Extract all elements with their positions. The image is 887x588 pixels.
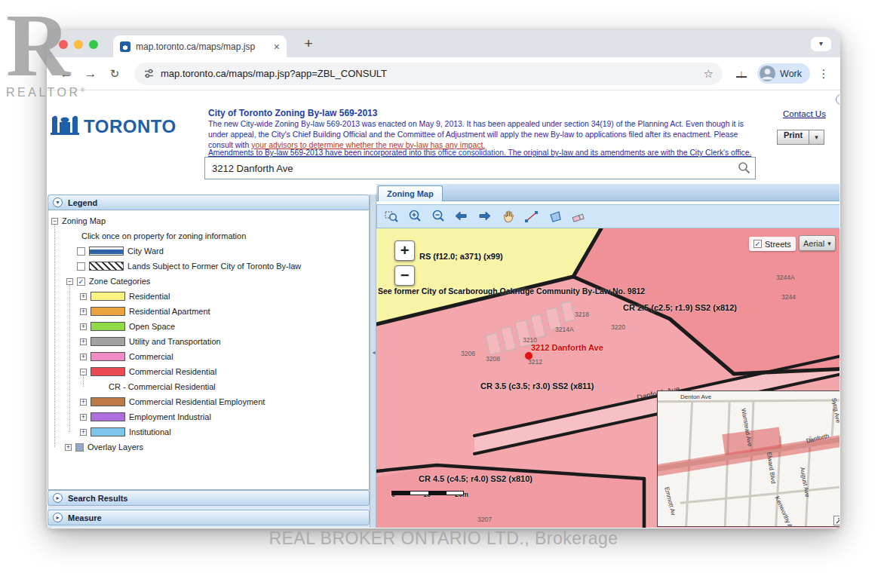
layer-zone-categories[interactable]: − ✓ Zone Categories <box>66 275 150 287</box>
browser-menu-icon[interactable]: ⋮ <box>816 67 831 81</box>
zone-label-rs: RS (f12.0; a371) (x99) <box>419 252 503 261</box>
window-zoom-button[interactable] <box>89 40 98 49</box>
zone-categories-checkbox[interactable]: ✓ <box>77 277 85 286</box>
forward-button[interactable]: → <box>80 66 101 81</box>
profile-chip[interactable]: Work <box>757 63 810 84</box>
category-cr-child[interactable]: CR - Commercial Residential <box>109 381 216 393</box>
zoom-in-button[interactable] <box>405 207 424 226</box>
print-button[interactable]: Print <box>777 130 809 145</box>
category-commercial-residential[interactable]: − Commercial Residential <box>80 366 216 378</box>
category-employment-industrial[interactable]: + Employment Industrial <box>80 411 211 423</box>
page-content: TORONTO ▴ City of Toronto Zoning By-law … <box>48 90 839 528</box>
expand-node-icon[interactable]: + <box>80 308 87 315</box>
downloads-icon[interactable]: ↓ <box>732 67 751 80</box>
collapse-header-button[interactable]: ▴ <box>836 94 839 105</box>
previous-extent-button[interactable] <box>452 207 471 226</box>
layer-overlay-layers[interactable]: + Overlay Layers <box>65 441 143 453</box>
zoom-window-button[interactable] <box>382 207 401 226</box>
window-close-button[interactable] <box>59 40 68 49</box>
category-swatch <box>91 427 125 436</box>
page-title: City of Toronto Zoning By-law 569-2013 <box>208 108 377 118</box>
expand-node-icon[interactable]: + <box>80 429 87 436</box>
url-text[interactable]: map.toronto.ca/maps/map.jsp?app=ZBL_CONS… <box>161 68 698 79</box>
expand-node-icon[interactable]: + <box>80 399 87 406</box>
reload-button[interactable]: ↻ <box>104 67 125 81</box>
category-label: Open Space <box>129 322 175 331</box>
overlay-layers-checkbox[interactable] <box>75 443 84 452</box>
map-zoom-out-button[interactable]: − <box>394 265 415 286</box>
aerial-button[interactable]: Aerial ▾ <box>799 235 836 251</box>
panel-splitter[interactable]: ◂ <box>370 194 376 528</box>
overview-inset-map[interactable]: Denton Ave Wanstead Ave Danforth Elward … <box>657 390 839 527</box>
category-residential[interactable]: + Residential <box>80 290 170 302</box>
collapse-node-icon[interactable]: − <box>80 369 87 375</box>
category-commercial[interactable]: + Commercial <box>80 351 173 363</box>
expand-node-icon[interactable]: + <box>80 323 87 330</box>
category-institutional[interactable]: + Institutional <box>80 426 171 438</box>
city-ward-checkbox[interactable] <box>77 247 85 256</box>
search-icon[interactable] <box>738 161 750 174</box>
next-extent-button[interactable] <box>475 207 494 226</box>
lands-swatch <box>89 262 124 271</box>
expand-node-icon[interactable]: + <box>80 293 87 300</box>
expand-node-icon[interactable]: + <box>65 444 72 451</box>
map-zoom-in-button[interactable]: + <box>394 240 415 261</box>
zoom-out-button[interactable] <box>428 207 447 226</box>
category-swatch <box>91 322 125 331</box>
office-consolidation-link[interactable]: office consolidation <box>438 149 504 157</box>
new-tab-button[interactable]: + <box>299 34 318 54</box>
legend-header[interactable]: ▾ Legend <box>48 194 370 210</box>
brokerage-watermark: REAL BROKER ONTARIO LTD., Brokerage <box>0 528 887 549</box>
measure-distance-button[interactable] <box>522 207 541 226</box>
collapse-node-icon[interactable]: − <box>51 218 58 225</box>
window-minimize-button[interactable] <box>74 40 83 49</box>
legend-toggle-icon[interactable]: ▾ <box>53 198 63 207</box>
layer-label: City Ward <box>127 247 164 256</box>
bookmark-star-icon[interactable]: ☆ <box>704 67 714 81</box>
category-swatch <box>91 352 125 361</box>
search-results-title: Search Results <box>68 494 127 503</box>
map-canvas[interactable]: RS (f12.0; a371) (x99) See former City o… <box>376 228 839 528</box>
search-results-toggle-icon[interactable]: ▸ <box>53 493 63 503</box>
tab-list-chevron-icon[interactable]: ▾ <box>811 37 831 51</box>
contact-us-link[interactable]: Contact Us <box>783 109 826 118</box>
category-utility-transportation[interactable]: + Utility and Transportation <box>80 335 221 348</box>
streets-checkbox[interactable]: ✓ <box>753 240 762 248</box>
category-residential-apartment[interactable]: + Residential Apartment <box>80 305 210 317</box>
category-open-space[interactable]: + Open Space <box>80 320 175 332</box>
lands-checkbox[interactable] <box>77 262 85 271</box>
layer-lands-subject[interactable]: Lands Subject to Former City of Toronto … <box>77 260 301 272</box>
category-label: Commercial Residential Employment <box>129 397 265 406</box>
back-button[interactable]: ← <box>56 66 77 81</box>
inset-toggle-button[interactable] <box>833 516 839 525</box>
toronto-wordmark: TORONTO <box>84 118 176 136</box>
tree-node-zoning-map[interactable]: − Zoning Map <box>51 215 106 227</box>
collapse-node-icon[interactable]: − <box>66 278 73 285</box>
browser-tab[interactable]: map.toronto.ca/maps/map.jsp × <box>113 35 287 57</box>
toronto-logo[interactable]: TORONTO <box>49 107 176 136</box>
address-search <box>204 157 756 179</box>
bylaw-impact-link[interactable]: your advisors to determine whether the n… <box>251 141 485 149</box>
category-label: Institutional <box>129 427 171 436</box>
pan-button[interactable] <box>499 207 517 226</box>
clear-graphics-button[interactable] <box>569 207 588 226</box>
measure-toggle-icon[interactable]: ▸ <box>53 513 63 522</box>
site-info-icon[interactable] <box>143 68 155 79</box>
layer-city-ward[interactable]: City Ward <box>77 245 164 257</box>
expand-node-icon[interactable]: + <box>80 338 87 345</box>
measure-panel-header[interactable]: ▸ Measure <box>48 510 370 525</box>
search-input[interactable] <box>204 157 756 179</box>
avatar <box>760 66 775 81</box>
toronto-cityhall-icon <box>49 107 81 136</box>
expand-node-icon[interactable]: + <box>80 354 87 360</box>
streets-toggle[interactable]: ✓ Streets <box>749 237 796 251</box>
hint-text: Click once on property for zoning inform… <box>81 231 246 240</box>
measure-area-button[interactable] <box>545 207 564 226</box>
category-commercial-residential-employment[interactable]: + Commercial Residential Employment <box>80 396 265 408</box>
address-bar[interactable]: map.toronto.ca/maps/map.jsp?app=ZBL_CONS… <box>134 63 723 85</box>
search-results-panel-header[interactable]: ▸ Search Results <box>48 490 370 506</box>
tab-zoning-map[interactable]: Zoning Map <box>378 185 443 201</box>
expand-node-icon[interactable]: + <box>80 414 87 421</box>
tab-close-icon[interactable]: × <box>274 41 280 53</box>
print-dropdown-icon[interactable]: ▾ <box>809 130 824 145</box>
